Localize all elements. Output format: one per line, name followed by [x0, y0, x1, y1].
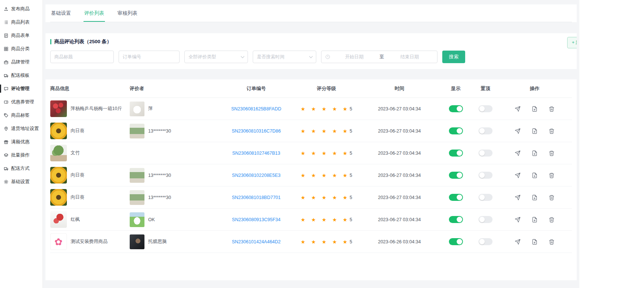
reviewer-name: 13*******30	[148, 195, 171, 200]
sidebar-item-return-address-settings[interactable]: 退货地址设置	[0, 122, 42, 135]
workspace: 基础设置 评价列表 审核列表 商品评论列表（2500 条） + 新增 全部评价类…	[43, 0, 579, 288]
pin-toggle[interactable]	[478, 238, 493, 245]
tag-icon	[4, 113, 8, 118]
reviewer-name: 13*******30	[148, 173, 171, 178]
table-row: 向日葵 13*******30 SN2306081018BD7701 ★ ★ ★…	[50, 186, 572, 209]
end-date-placeholder: 结束日期	[386, 54, 433, 60]
product-name: 文竹	[71, 150, 80, 156]
product-name: 萍杨梅乒乓杨梅一箱10斤	[71, 106, 122, 112]
col-header-product: 商品信息	[50, 85, 130, 92]
order-number-link[interactable]: SN2306081625B8FADD	[231, 106, 282, 112]
show-toggle[interactable]	[449, 194, 463, 201]
pin-toggle[interactable]	[478, 150, 493, 157]
reviewer-name: OK	[148, 217, 155, 222]
pin-toggle[interactable]	[478, 105, 493, 112]
rating-value: 5	[350, 128, 352, 134]
sidebar-item-brand-management[interactable]: 品牌管理	[0, 55, 42, 69]
form-icon	[4, 33, 8, 38]
toggle-knob	[479, 150, 485, 156]
product-title-input[interactable]	[50, 51, 114, 63]
sidebar-item-basic-settings[interactable]: 基础设置	[0, 175, 42, 188]
sidebar-item-product-form[interactable]: 商品表单	[0, 29, 42, 42]
order-number-link[interactable]: SN230608102208E5E3	[232, 173, 280, 178]
sidebar-item-batch-operations[interactable]: 批量操作	[0, 148, 42, 162]
file-add-icon[interactable]	[532, 150, 538, 156]
send-icon[interactable]	[515, 217, 521, 223]
trash-icon[interactable]	[549, 106, 555, 112]
tab-review-list[interactable]: 评价列表	[84, 4, 105, 22]
pin-toggle[interactable]	[478, 127, 493, 134]
show-toggle[interactable]	[449, 172, 463, 179]
show-toggle[interactable]	[449, 216, 463, 223]
sidebar-item-label: 退货地址设置	[11, 126, 39, 132]
file-add-icon[interactable]	[532, 128, 538, 134]
order-number-link[interactable]: SN2306101424A464D2	[232, 239, 280, 244]
sidebar-item-delivery-method[interactable]: 配送方式	[0, 162, 42, 175]
product-image	[50, 100, 67, 117]
review-type-select[interactable]: 全部评价类型	[184, 51, 248, 63]
review-time: 2023-06-27 03:04:34	[378, 173, 421, 178]
file-add-icon[interactable]	[532, 239, 538, 245]
send-icon[interactable]	[515, 128, 521, 134]
order-number-link[interactable]: SN2306081018BD7701	[232, 195, 280, 200]
product-name: 向日葵	[71, 128, 85, 134]
pin-toggle[interactable]	[478, 216, 493, 223]
trash-icon[interactable]	[549, 128, 555, 134]
tab-audit-list[interactable]: 审核列表	[117, 4, 138, 22]
reviewer-name: 萍	[148, 106, 153, 112]
file-add-icon[interactable]	[532, 106, 538, 112]
time-search-select[interactable]: 是否搜索时间	[253, 51, 316, 63]
review-type-placeholder: 全部评价类型	[188, 54, 216, 60]
star-rating-icons: ★ ★ ★ ★ ★	[301, 150, 350, 156]
trash-icon[interactable]	[549, 150, 555, 156]
send-icon[interactable]	[515, 239, 521, 245]
toggle-knob	[457, 195, 462, 200]
trash-icon[interactable]	[549, 217, 555, 223]
date-range-separator: 至	[378, 54, 386, 60]
trash-icon[interactable]	[549, 239, 555, 245]
trash-icon[interactable]	[549, 195, 555, 200]
sidebar-item-product-category[interactable]: 商品分类	[0, 42, 42, 55]
order-number-link[interactable]: SN2306081027467B13	[232, 151, 280, 156]
file-add-icon[interactable]	[532, 217, 538, 223]
trash-icon[interactable]	[549, 172, 555, 178]
show-toggle[interactable]	[449, 238, 463, 245]
sidebar-item-publish-product[interactable]: 发布商品	[0, 2, 42, 16]
show-toggle[interactable]	[449, 150, 463, 157]
toggle-knob	[457, 128, 462, 134]
review-time: 2023-06-27 03:04:34	[378, 195, 421, 200]
order-number-link[interactable]: SN23060810316C7D86	[232, 128, 281, 134]
send-icon[interactable]	[515, 195, 521, 200]
pin-toggle[interactable]	[478, 194, 493, 201]
table-row: 向日葵 13*******30 SN23060810316C7D86 ★ ★ ★…	[50, 120, 572, 142]
show-toggle[interactable]	[449, 127, 463, 134]
date-range-picker[interactable]: 开始日期 至 结束日期	[321, 51, 437, 63]
tab-basic-settings[interactable]: 基础设置	[50, 4, 72, 22]
show-toggle[interactable]	[449, 105, 463, 112]
rating-value: 5	[350, 239, 352, 244]
order-number-link[interactable]: SN2306080913C95F34	[232, 217, 280, 222]
sidebar-item-coupon-management[interactable]: 优惠券管理	[0, 95, 42, 109]
app-window: 发布商品 商品列表 商品表单 商品分类 品牌管理 配送模板 评论管理 优惠券管	[0, 0, 644, 288]
send-icon[interactable]	[515, 106, 521, 112]
sidebar-item-product-list[interactable]: 商品列表	[0, 16, 42, 29]
sidebar-item-label: 商品标签	[11, 112, 30, 119]
main-area: 基础设置 评价列表 审核列表 商品评论列表（2500 条） + 新增 全部评价类…	[43, 0, 644, 288]
sidebar-item-product-tags[interactable]: 商品标签	[0, 109, 42, 122]
product-name: 向日葵	[71, 172, 85, 178]
add-new-button[interactable]: + 新增	[567, 37, 577, 48]
file-add-icon[interactable]	[532, 172, 538, 178]
send-icon[interactable]	[515, 172, 521, 178]
product-image: ✿	[50, 233, 67, 250]
col-header-show: 显示	[438, 85, 473, 92]
star-rating-icons: ★ ★ ★ ★ ★	[301, 128, 350, 134]
search-button[interactable]: 搜索	[442, 51, 465, 63]
order-number-input[interactable]	[119, 51, 180, 63]
rating-value: 5	[350, 106, 352, 112]
pin-toggle[interactable]	[478, 172, 493, 179]
sidebar-item-full-amount-discount[interactable]: 满额优惠	[0, 135, 42, 148]
file-add-icon[interactable]	[532, 195, 538, 200]
sidebar-item-comment-management[interactable]: 评论管理	[0, 82, 42, 95]
send-icon[interactable]	[515, 150, 521, 156]
sidebar-item-delivery-template[interactable]: 配送模板	[0, 69, 42, 82]
